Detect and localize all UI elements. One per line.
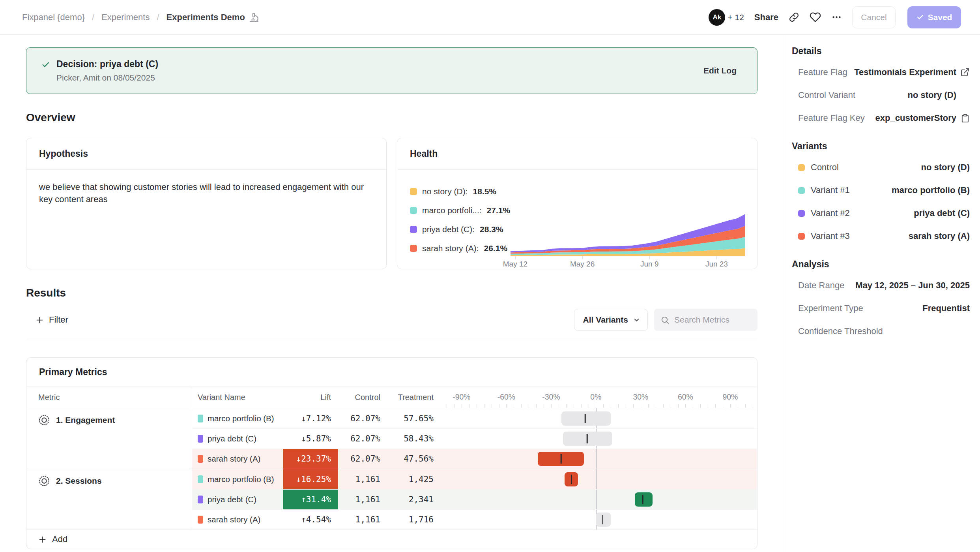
control-value: 1,161 xyxy=(338,490,387,509)
copy-link-icon[interactable] xyxy=(789,12,799,23)
variant-label: Control xyxy=(811,162,839,173)
treatment-value: 47.56% xyxy=(387,449,441,469)
main-content: Decision: priya debt (C) Picker, Amit on… xyxy=(0,35,783,552)
more-options-icon[interactable] xyxy=(831,12,842,23)
metric-name: 1. Engagement xyxy=(56,414,115,425)
analysis-label: Date Range xyxy=(792,280,844,291)
table-header: Metric Variant Name Lift Control Treatme… xyxy=(26,387,757,408)
legend-swatch xyxy=(410,245,417,252)
control-value: 62.07% xyxy=(338,408,387,428)
decision-banner: Decision: priya debt (C) Picker, Amit on… xyxy=(26,47,757,94)
metric-group-sessions: 2. Sessions marco portfolio (B) ↓16.25% … xyxy=(26,469,757,530)
variants-dropdown[interactable]: All Variants xyxy=(574,309,648,331)
table-row[interactable]: marco portfolio (B) ↓16.25% 1,161 1,425 xyxy=(192,469,757,489)
variant-label: Variant #1 xyxy=(811,185,850,195)
breadcrumb-separator: / xyxy=(157,12,159,23)
analysis-row: Date Range May 12, 2025 – Jun 30, 2025 xyxy=(792,279,970,292)
table-row[interactable]: priya debt (C) ↑31.4% 1,161 2,341 xyxy=(192,489,757,509)
treatment-value: 2,341 xyxy=(387,490,441,509)
table-row[interactable]: priya debt (C) ↓5.87% 62.07% 58.43% xyxy=(192,428,757,449)
avatar[interactable]: Ak xyxy=(709,9,725,26)
saved-label: Saved xyxy=(928,13,952,22)
legend-item: priya debt (C): 28.3% xyxy=(410,223,511,235)
search-metrics-box xyxy=(654,309,757,331)
details-heading: Details xyxy=(792,46,970,56)
detail-row: Feature Flag Key exp_customerStory xyxy=(792,112,970,124)
table-row[interactable]: sarah story (A) ↑4.54% 1,161 1,716 xyxy=(192,509,757,529)
variant-name: priya debt (C) xyxy=(208,495,256,504)
detail-row: Control Variant no story (D) xyxy=(792,89,970,101)
analysis-label: Confidence Threshold xyxy=(792,326,883,336)
decision-subtitle: Picker, Amit on 08/05/2025 xyxy=(56,73,703,83)
chevron-down-icon xyxy=(633,316,640,324)
variant-row: Variant #2 priya debt (C) xyxy=(792,207,970,220)
metric-group-engagement: 1. Engagement marco portfolio (B) ↓7.12%… xyxy=(26,408,757,469)
legend-item: no story (D): 18.5% xyxy=(410,186,511,197)
analysis-label: Experiment Type xyxy=(792,303,863,314)
variant-name: marco portfolio (B) xyxy=(208,475,274,484)
clipboard-copy-icon[interactable] xyxy=(956,114,970,123)
ci-cell xyxy=(441,449,757,469)
ci-cell xyxy=(441,429,757,449)
col-variant-name: Variant Name xyxy=(192,387,283,408)
col-metric: Metric xyxy=(26,387,192,408)
variant-row: Control no story (D) xyxy=(792,161,970,174)
variants-heading: Variants xyxy=(792,141,970,152)
feature-flag-value: Testimonials Experiment xyxy=(847,67,956,77)
cancel-button[interactable]: Cancel xyxy=(852,6,896,28)
variant-label: Variant #3 xyxy=(811,231,850,241)
results-toolbar: Filter All Variants xyxy=(26,309,757,339)
add-filter-button[interactable]: Filter xyxy=(26,315,68,325)
primary-metrics-card: Primary Metrics Metric Variant Name Lift… xyxy=(26,357,757,549)
table-row[interactable]: sarah story (A) ↓23.37% 62.07% 47.56% xyxy=(192,449,757,469)
results-heading: Results xyxy=(26,287,757,299)
edit-log-button[interactable]: Edit Log xyxy=(703,66,737,75)
lift-value-negative: ↓23.37% xyxy=(283,449,338,469)
variant-label: Variant #2 xyxy=(811,208,850,218)
health-stacked-area-chart: May 12May 26Jun 9Jun 23 xyxy=(511,180,747,269)
collaborators[interactable]: Ak + 12 xyxy=(709,9,744,26)
external-link-icon[interactable] xyxy=(956,68,970,77)
health-legend: no story (D): 18.5% marco portfoli...: 2… xyxy=(410,180,511,269)
overview-heading: Overview xyxy=(26,111,757,124)
variants-section: Variants Control no story (D) Variant #1… xyxy=(792,141,970,242)
detail-label: Feature Flag Key xyxy=(792,113,865,123)
variant-swatch xyxy=(798,187,805,194)
legend-item: marco portfoli...: 27.1% xyxy=(410,205,511,216)
decision-title: Decision: priya debt (C) xyxy=(56,59,703,69)
treatment-value: 1,716 xyxy=(387,510,441,529)
detail-row: Feature Flag Testimonials Experiment xyxy=(792,66,970,79)
detail-label: Control Variant xyxy=(792,90,855,100)
metric-name: 2. Sessions xyxy=(56,475,102,486)
breadcrumb-separator: / xyxy=(92,12,94,23)
feature-flag-key-value: exp_customerStory xyxy=(865,113,956,123)
search-metrics-input[interactable] xyxy=(674,315,751,325)
breadcrumb: Fixpanel {demo} / Experiments / Experime… xyxy=(22,12,259,23)
breadcrumb-section[interactable]: Experiments xyxy=(101,12,150,23)
variant-row: Variant #1 marco portfolio (B) xyxy=(792,184,970,197)
variant-name: marco portfolio (B) xyxy=(208,414,274,423)
details-sidebar: Details Feature Flag Testimonials Experi… xyxy=(783,35,980,552)
variant-name: sarah story (A) xyxy=(208,515,260,524)
control-value: 1,161 xyxy=(338,469,387,489)
plus-icon xyxy=(38,535,47,544)
treatment-value: 57.65% xyxy=(387,408,441,428)
experiment-page: Fixpanel {demo} / Experiments / Experime… xyxy=(0,0,980,552)
table-row[interactable]: marco portfolio (B) ↓7.12% 62.07% 57.65% xyxy=(192,408,757,428)
share-button[interactable]: Share xyxy=(754,12,778,23)
top-actions: Ak + 12 Share Cancel Saved xyxy=(709,6,961,28)
hypothesis-body: we believe that showing customer stories… xyxy=(26,170,386,205)
col-control: Control xyxy=(338,387,387,408)
add-metric-button[interactable]: Add xyxy=(26,530,757,549)
health-title: Health xyxy=(397,138,757,170)
saved-button[interactable]: Saved xyxy=(907,6,961,28)
variant-value: sarah story (A) xyxy=(850,231,970,241)
treatment-value: 58.43% xyxy=(387,429,441,449)
plus-icon xyxy=(36,316,44,324)
breadcrumb-root[interactable]: Fixpanel {demo} xyxy=(22,12,85,23)
variant-swatch xyxy=(798,233,805,240)
check-icon xyxy=(41,60,50,71)
hypothesis-card: Hypothesis we believe that showing custo… xyxy=(26,138,387,269)
favorite-heart-icon[interactable] xyxy=(810,11,821,23)
control-value: 62.07% xyxy=(338,429,387,449)
